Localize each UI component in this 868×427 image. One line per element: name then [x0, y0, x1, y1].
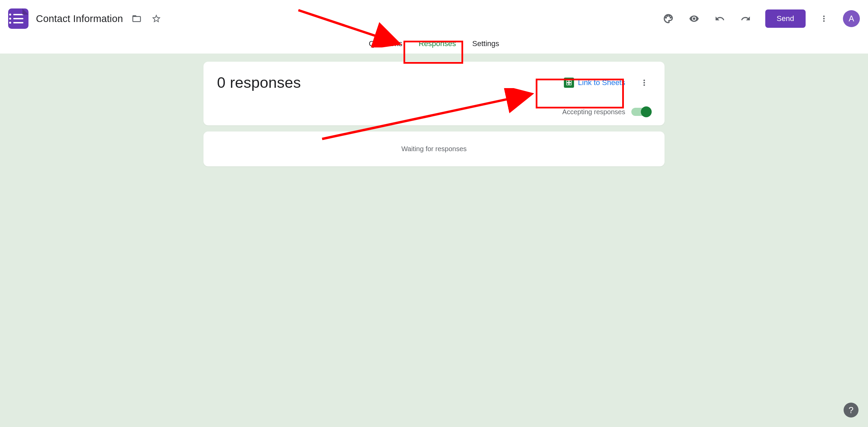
responses-summary-card: 0 responses Link to Sheets Accepting res… [203, 62, 665, 125]
preview-icon[interactable] [686, 11, 702, 27]
undo-icon[interactable] [712, 11, 728, 27]
account-avatar[interactable]: A [843, 10, 860, 27]
customize-theme-icon[interactable] [660, 11, 676, 27]
responses-more-icon[interactable] [637, 76, 651, 89]
waiting-message: Waiting for responses [401, 145, 467, 152]
tab-settings[interactable]: Settings [471, 37, 501, 51]
link-to-sheets-button[interactable]: Link to Sheets [561, 76, 628, 90]
redo-icon[interactable] [737, 11, 754, 27]
tabs-bar: Questions Responses Settings [0, 34, 868, 54]
send-button[interactable]: Send [765, 9, 806, 28]
waiting-for-responses-card: Waiting for responses [203, 131, 665, 166]
star-icon[interactable] [150, 13, 162, 25]
accepting-responses-toggle[interactable] [631, 108, 651, 116]
content-area: 0 responses Link to Sheets Accepting res… [0, 54, 868, 427]
form-title[interactable]: Contact Information [36, 13, 123, 24]
responses-count-title: 0 responses [217, 74, 561, 92]
help-icon[interactable]: ? [844, 403, 859, 418]
link-to-sheets-label: Link to Sheets [578, 78, 625, 87]
svg-point-3 [670, 17, 671, 18]
sheets-icon [564, 78, 574, 88]
move-to-folder-icon[interactable] [131, 13, 143, 25]
app-header: Contact Information Send A [0, 0, 868, 34]
accepting-responses-label: Accepting responses [562, 108, 625, 116]
forms-logo-icon[interactable] [8, 8, 28, 29]
svg-point-0 [665, 17, 667, 18]
tab-questions[interactable]: Questions [368, 37, 404, 51]
tab-responses[interactable]: Responses [417, 37, 457, 51]
more-options-icon[interactable] [816, 11, 832, 27]
